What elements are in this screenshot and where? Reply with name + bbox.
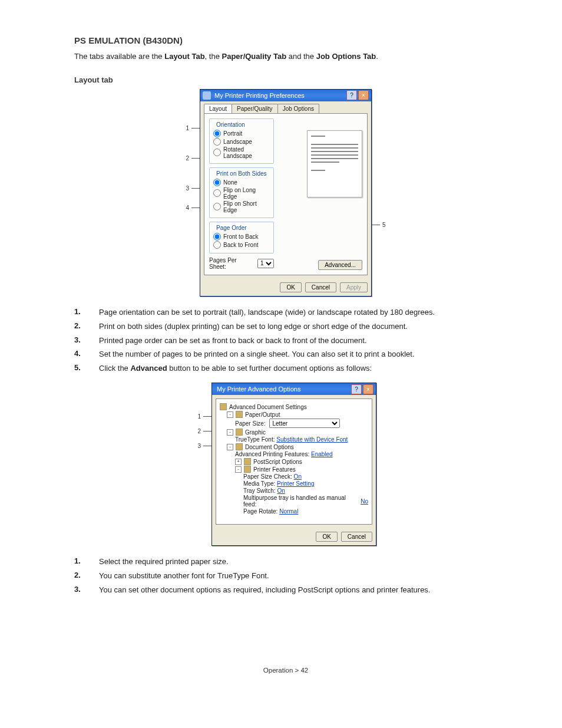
pps-select[interactable]: 1 xyxy=(257,259,274,268)
list-item: 4.Set the number of pages to be printed … xyxy=(74,349,497,360)
list-item: 2.Print on both sides (duplex printing) … xyxy=(74,321,497,332)
tab-strip: Layout Paper/Quality Job Options xyxy=(200,101,371,113)
duplex-none-radio[interactable] xyxy=(213,179,221,186)
item-text-pre: Click the xyxy=(99,364,130,373)
duplex-long-radio[interactable] xyxy=(213,189,221,197)
item-number: 1. xyxy=(74,307,99,318)
psc-label: Paper Size Check: xyxy=(243,473,292,480)
page-footer: Operation > 42 xyxy=(74,667,497,674)
advanced-options-dialog: My Printer Advanced Options ? × Advanced… xyxy=(211,383,376,546)
printing-preferences-dialog: My Printer Printing Preferences ? × Layo… xyxy=(200,89,372,297)
item-text: Select the required printed paper size. xyxy=(99,556,497,568)
postscript-options-node[interactable]: PostScript Options xyxy=(253,459,302,465)
landscape-radio[interactable] xyxy=(213,138,221,146)
callout-1: 1 xyxy=(186,125,189,131)
collapse-icon[interactable]: - xyxy=(235,466,242,473)
paper-output-node[interactable]: Paper/Output xyxy=(245,411,280,418)
intro-text: . xyxy=(376,52,378,61)
ok-button[interactable]: OK xyxy=(316,532,337,542)
item-number: 3. xyxy=(74,585,99,596)
page-rotate-label: Page Rotate: xyxy=(243,508,277,515)
portrait-radio[interactable] xyxy=(213,130,221,137)
printer-features-node[interactable]: Printer Features xyxy=(253,466,296,473)
collapse-icon[interactable]: - xyxy=(227,429,233,436)
duplex-short-label: Flip on Short Edge xyxy=(223,200,270,213)
tray-switch-value[interactable]: On xyxy=(277,487,285,494)
figure-1: 1 2 3 4 My Printer Printing Preferences … xyxy=(74,89,497,297)
paper-size-select[interactable]: Letter xyxy=(269,419,340,428)
tray-switch-label: Tray Switch: xyxy=(243,487,276,494)
duplex-short-radio[interactable] xyxy=(213,203,221,210)
apf-value[interactable]: Enabled xyxy=(311,451,333,457)
duplex-long-label: Flip on Long Edge xyxy=(223,187,270,200)
document-options-node[interactable]: Document Options xyxy=(245,444,294,450)
item-number: 4. xyxy=(74,349,99,360)
tab-layout[interactable]: Layout xyxy=(204,104,232,113)
item-number: 3. xyxy=(74,335,99,347)
pps-label: Pages Per Sheet: xyxy=(209,257,255,270)
intro-bold-1: Layout Tab xyxy=(164,52,204,61)
page-order-legend: Page Order xyxy=(214,225,249,231)
rotated-radio[interactable] xyxy=(213,149,221,156)
duplex-legend: Print on Both Sides xyxy=(214,170,269,177)
help-button[interactable]: ? xyxy=(346,90,357,100)
page-rotate-value[interactable]: Normal xyxy=(279,508,298,515)
intro-text: The tabs available are the xyxy=(74,52,164,61)
collapse-icon[interactable]: - xyxy=(227,444,233,450)
ok-button[interactable]: OK xyxy=(280,282,301,292)
item-number: 2. xyxy=(74,321,99,332)
pages-per-sheet-row: Pages Per Sheet: 1 xyxy=(209,257,274,270)
duplex-group: Print on Both Sides None Flip on Long Ed… xyxy=(209,167,274,218)
portrait-label: Portrait xyxy=(223,130,242,137)
list-item: 3.You can set other document options as … xyxy=(74,585,497,596)
tab-job-options[interactable]: Job Options xyxy=(277,104,319,113)
media-type-label: Media Type: xyxy=(243,480,275,487)
dialog-title: My Printer Advanced Options xyxy=(217,386,350,393)
subsection-title: Layout tab xyxy=(74,75,497,84)
intro-text: , the xyxy=(205,52,222,61)
item-text-bold: Advanced xyxy=(130,364,167,373)
numbered-list-1: 1.Page orientation can be set to portrai… xyxy=(74,307,497,374)
cancel-button[interactable]: Cancel xyxy=(341,532,372,542)
duplex-none-label: None xyxy=(223,179,237,186)
page-preview xyxy=(307,130,362,197)
collapse-icon[interactable]: - xyxy=(227,411,233,418)
item-text: Page orientation can be set to portrait … xyxy=(99,307,497,318)
intro-paragraph: The tabs available are the Layout Tab, t… xyxy=(74,51,497,62)
printer-icon xyxy=(203,91,211,100)
mpt-value[interactable]: No xyxy=(361,498,368,505)
item-text: Click the Advanced button to be able to … xyxy=(99,363,497,374)
item-text: You can set other document options as re… xyxy=(99,585,497,596)
expand-icon[interactable]: + xyxy=(235,459,242,465)
item-number: 2. xyxy=(74,571,99,582)
item-text: Printed page order can be set as front t… xyxy=(99,335,497,347)
options-tree[interactable]: Advanced Document Settings -Paper/Output… xyxy=(216,398,372,525)
list-item: 1.Page orientation can be set to portrai… xyxy=(74,307,497,318)
btf-radio[interactable] xyxy=(213,241,221,249)
apply-button[interactable]: Apply xyxy=(340,282,368,292)
help-button[interactable]: ? xyxy=(351,384,362,394)
truetype-value[interactable]: Substitute with Device Font xyxy=(276,436,348,443)
list-item: 3.Printed page order can be set as front… xyxy=(74,335,497,347)
cancel-button[interactable]: Cancel xyxy=(305,282,336,292)
dialog-title: My Printer Printing Preferences xyxy=(214,92,345,99)
close-button[interactable]: × xyxy=(358,90,369,100)
callout-1b: 1 xyxy=(197,413,201,420)
list-item: 2.You can substitute another font for Tr… xyxy=(74,571,497,582)
printer-icon xyxy=(220,403,227,410)
advanced-button[interactable]: Advanced... xyxy=(318,260,362,270)
orientation-legend: Orientation xyxy=(214,121,247,128)
folder-icon xyxy=(244,458,251,465)
section-title: PS EMULATION (B430DN) xyxy=(74,35,497,45)
close-button[interactable]: × xyxy=(363,384,373,394)
graphic-node[interactable]: Graphic xyxy=(245,429,266,436)
psc-value[interactable]: On xyxy=(294,473,302,480)
folder-icon xyxy=(244,466,251,473)
media-type-value[interactable]: Printer Setting xyxy=(277,480,314,487)
page-order-group: Page Order Front to Back Back to Front xyxy=(209,222,274,253)
item-text: Print on both sides (duplex printing) ca… xyxy=(99,321,497,332)
item-text-post: button to be able to set further documen… xyxy=(167,364,372,373)
ftb-radio[interactable] xyxy=(213,233,221,241)
tab-paper-quality[interactable]: Paper/Quality xyxy=(232,104,278,113)
rotated-label: Rotated Landscape xyxy=(223,146,270,159)
